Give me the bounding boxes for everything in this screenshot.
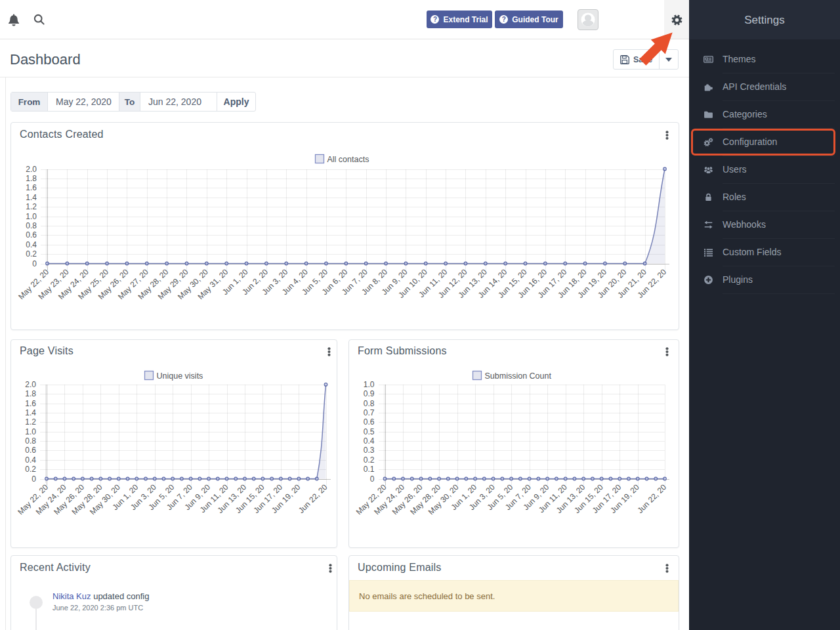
- svg-text:0: 0: [370, 474, 375, 484]
- svg-text:0.4: 0.4: [26, 240, 37, 249]
- svg-text:Jun 22, 20: Jun 22, 20: [297, 482, 329, 515]
- svg-text:0.3: 0.3: [364, 446, 375, 455]
- svg-text:0.8: 0.8: [364, 399, 375, 408]
- svg-text:0.8: 0.8: [25, 436, 36, 446]
- svg-text:2.0: 2.0: [26, 165, 37, 174]
- svg-text:0.6: 0.6: [26, 230, 37, 240]
- svg-text:0.9: 0.9: [364, 389, 375, 398]
- svg-text:Unique visits: Unique visits: [157, 371, 203, 381]
- svg-text:1.0: 1.0: [26, 212, 37, 221]
- svg-text:0.7: 0.7: [364, 408, 375, 417]
- svg-text:0.6: 0.6: [364, 417, 375, 427]
- svg-text:0: 0: [32, 474, 36, 484]
- svg-text:0.8: 0.8: [26, 221, 37, 230]
- svg-text:1.8: 1.8: [26, 174, 37, 183]
- svg-text:1.0: 1.0: [25, 427, 36, 436]
- svg-text:2.0: 2.0: [25, 380, 36, 389]
- svg-text:0.4: 0.4: [25, 455, 36, 465]
- svg-text:1.4: 1.4: [25, 408, 36, 417]
- svg-text:0.2: 0.2: [25, 465, 36, 474]
- svg-text:0: 0: [32, 259, 37, 268]
- svg-text:0.5: 0.5: [364, 427, 375, 436]
- svg-text:1.2: 1.2: [26, 202, 37, 211]
- svg-text:All contacts: All contacts: [327, 155, 369, 164]
- svg-text:1.0: 1.0: [364, 380, 375, 389]
- svg-text:1.2: 1.2: [25, 417, 36, 427]
- svg-text:0.4: 0.4: [364, 436, 375, 446]
- svg-text:Jun 22, 20: Jun 22, 20: [636, 482, 669, 515]
- svg-text:0.1: 0.1: [364, 465, 375, 474]
- svg-text:1.6: 1.6: [26, 183, 37, 192]
- svg-text:1.4: 1.4: [26, 193, 37, 202]
- svg-text:0.2: 0.2: [26, 249, 37, 259]
- svg-text:0.6: 0.6: [25, 446, 36, 455]
- svg-text:Submission Count: Submission Count: [485, 371, 552, 381]
- svg-text:1.8: 1.8: [25, 389, 36, 398]
- svg-text:0.2: 0.2: [364, 455, 375, 465]
- svg-text:1.6: 1.6: [25, 399, 36, 408]
